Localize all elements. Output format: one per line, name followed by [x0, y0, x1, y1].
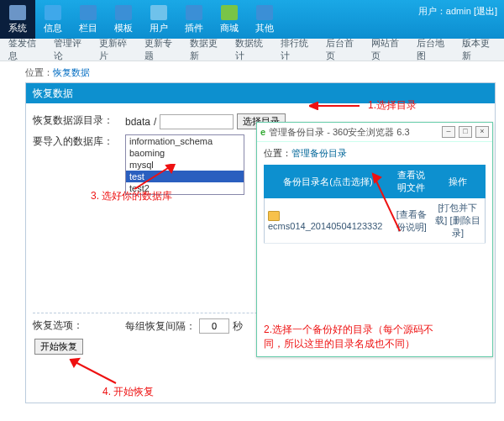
user-prefix: 用户：: [418, 6, 446, 16]
db-label: 要导入的数据库：: [33, 134, 125, 149]
annot-step2a: 2.选择一个备份好的目录（每个源码不: [264, 324, 433, 335]
subnav-item[interactable]: 排行统计: [281, 37, 314, 62]
subnav-item[interactable]: 版本更新: [462, 37, 496, 62]
subnav-item[interactable]: 数据统计: [235, 37, 269, 62]
menu-icon: [9, 5, 26, 20]
subnav-item[interactable]: 更新专题: [144, 37, 178, 62]
annot-step1: 1.选择目录: [368, 98, 417, 113]
seconds-label: 秒: [233, 319, 243, 334]
src-subdir-input[interactable]: [160, 114, 234, 129]
menu-栏目[interactable]: 栏目: [71, 0, 106, 39]
window-title: 管理备份目录 - 360安全浏览器 6.3: [269, 126, 409, 139]
panel-title: 恢复数据: [26, 83, 495, 103]
delete-dir-link[interactable]: [删除目录]: [449, 215, 480, 238]
crumb-current: 恢复数据: [53, 67, 90, 77]
subnav-item[interactable]: 数据更新: [190, 37, 223, 62]
browser-icon: e: [260, 127, 265, 137]
menu-icon: [150, 5, 167, 20]
folder-icon: [268, 211, 280, 221]
menu-icon: [186, 5, 202, 20]
backup-dir-link[interactable]: ecms014_20140504123332: [268, 221, 382, 231]
menu-商城[interactable]: 商城: [212, 0, 247, 39]
menu-插件[interactable]: 插件: [176, 0, 212, 39]
interval-label: 每组恢复间隔：: [125, 319, 196, 334]
col-op: 操作: [431, 166, 486, 198]
maximize-icon[interactable]: □: [459, 126, 472, 138]
src-dir-root: bdata: [125, 116, 150, 128]
db-option[interactable]: information_schema: [126, 135, 244, 147]
menu-其他[interactable]: 其他: [247, 0, 282, 39]
db-option[interactable]: baoming: [126, 147, 244, 159]
user-info: 用户：admin [退出]: [418, 5, 497, 18]
src-dir-label: 恢复数据源目录：: [33, 113, 125, 128]
menu-icon: [80, 5, 97, 20]
menu-icon: [256, 5, 273, 20]
backup-dir-window: e 管理备份目录 - 360安全浏览器 6.3 – □ × 位置：管理备份目录 …: [256, 122, 493, 357]
menu-icon: [115, 5, 132, 20]
subnav-item[interactable]: 网站首页: [371, 37, 405, 62]
menu-用户[interactable]: 用户: [141, 0, 176, 39]
minimize-icon[interactable]: –: [442, 126, 455, 138]
start-restore-button[interactable]: 开始恢复: [34, 339, 83, 355]
svg-marker-7: [373, 174, 381, 182]
interval-input[interactable]: [199, 318, 229, 334]
window-breadcrumb: 位置：管理备份目录: [264, 147, 486, 160]
close-icon[interactable]: ×: [475, 126, 489, 138]
sub-nav: 签发信息管理评论更新碎片更新专题数据更新数据统计排行统计后台首页网站首页后台地图…: [0, 39, 504, 61]
svg-line-6: [373, 174, 400, 231]
breadcrumb: 位置：恢复数据: [25, 66, 496, 79]
window-titlebar[interactable]: e 管理备份目录 - 360安全浏览器 6.3 – □ ×: [257, 123, 492, 142]
menu-系统[interactable]: 系统: [0, 0, 35, 39]
annot-step4: 4. 开始恢复: [102, 385, 154, 399]
svg-marker-3: [166, 164, 175, 172]
menu-icon: [221, 5, 238, 20]
subnav-item[interactable]: 签发信息: [8, 37, 42, 62]
svg-marker-1: [309, 103, 318, 109]
crumb-label: 位置：: [25, 67, 53, 77]
subnav-item[interactable]: 管理评论: [54, 37, 87, 62]
options-label: 恢复选项：: [33, 318, 125, 333]
logout-link[interactable]: [退出]: [474, 6, 497, 16]
menu-模板[interactable]: 模板: [106, 0, 141, 39]
subnav-item[interactable]: 后台地图: [417, 37, 450, 62]
subnav-item[interactable]: 后台首页: [326, 37, 360, 62]
window-crumb-link[interactable]: 管理备份目录: [291, 148, 347, 158]
user-name: admin: [446, 6, 471, 16]
menu-icon: [45, 5, 61, 20]
subnav-item[interactable]: 更新碎片: [99, 37, 133, 62]
menu-信息[interactable]: 信息: [35, 0, 71, 39]
annot-step2b: 同，所以这里的目录名成也不同）: [264, 338, 415, 350]
svg-line-4: [71, 360, 116, 383]
